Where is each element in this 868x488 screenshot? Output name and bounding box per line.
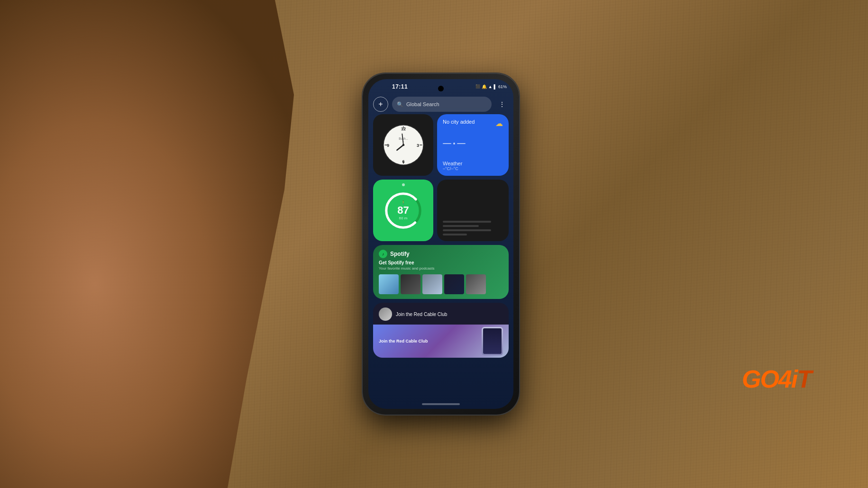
widget-row-1: 12 3 6 9 Buch... xyxy=(373,114,509,176)
weather-top: No city added ☁ xyxy=(443,119,503,128)
phone-body: 17:11 ⬛ 🔔 ▲ ▌ 61% + 🔍 Global Search xyxy=(363,73,519,415)
search-icon: 🔍 xyxy=(397,101,403,108)
widget-row-3: ♪ Spotify Get Spotify free Your favorite… xyxy=(373,245,509,299)
album-3[interactable] xyxy=(422,274,442,294)
weather-widget[interactable]: No city added ☁ Weather –°C/–°C xyxy=(437,114,509,176)
go4it-t-text: T xyxy=(797,365,811,393)
dark-line-4 xyxy=(443,234,467,235)
spotify-widget[interactable]: ♪ Spotify Get Spotify free Your favorite… xyxy=(373,245,509,299)
album-4[interactable] xyxy=(444,274,464,294)
status-bar: 17:11 ⬛ 🔔 ▲ ▌ 61% xyxy=(368,79,513,94)
dark-line-3 xyxy=(443,229,491,231)
red-cable-header: Join the Red Cable Club xyxy=(373,303,509,325)
rc-banner: Join the Red Cable Club xyxy=(373,325,509,358)
weather-dash-1 xyxy=(443,143,451,144)
search-text: Global Search xyxy=(406,101,439,107)
go4it-4-text: 4 xyxy=(778,365,791,393)
svg-point-14 xyxy=(402,144,404,146)
phone-wrapper: 17:11 ⬛ 🔔 ▲ ▌ 61% + 🔍 Global Search xyxy=(363,73,519,415)
weather-bottom: Weather –°C/–°C xyxy=(443,159,503,171)
rc-avatar xyxy=(379,307,392,321)
weather-temp-row xyxy=(443,143,503,145)
mute-icon: 🔔 xyxy=(482,85,487,89)
top-bar: + 🔍 Global Search ⋮ xyxy=(368,94,513,114)
weather-degree-dot xyxy=(453,143,455,145)
rc-phone-image xyxy=(482,327,503,355)
album-2[interactable] xyxy=(401,274,420,294)
more-button[interactable]: ⋮ xyxy=(495,98,509,111)
add-button[interactable]: + xyxy=(373,97,388,112)
wifi-icon: ▲ xyxy=(488,85,493,89)
weather-label: Weather xyxy=(443,161,503,166)
steps-unit: 60 m xyxy=(399,216,408,220)
clock-face: 12 3 6 9 Buch... xyxy=(382,124,425,166)
status-time: 17:11 xyxy=(392,83,408,90)
widget-row-2: 🚶 87 60 m xyxy=(373,180,509,241)
nfc-icon: ⬛ xyxy=(475,85,480,89)
phone-screen: 17:11 ⬛ 🔔 ▲ ▌ 61% + 🔍 Global Search xyxy=(368,79,513,409)
spotify-name: Spotify xyxy=(390,251,410,257)
album-1[interactable] xyxy=(379,274,399,294)
clock-svg: 12 3 6 9 Buch... xyxy=(382,124,425,166)
search-bar[interactable]: 🔍 Global Search xyxy=(392,97,492,112)
status-icons: ⬛ 🔔 ▲ ▌ 61% xyxy=(475,84,507,89)
battery-percent: 61% xyxy=(498,84,507,89)
svg-text:12: 12 xyxy=(401,127,405,131)
spotify-albums xyxy=(379,274,503,294)
go4it-go-text: GO xyxy=(742,365,778,393)
weather-unit: –°C/–°C xyxy=(443,166,503,171)
widget-grid: 12 3 6 9 Buch... xyxy=(373,114,509,395)
spotify-tagline: Get Spotify free xyxy=(379,260,503,265)
weather-no-city: No city added xyxy=(443,119,475,125)
rc-title: Join the Red Cable Club xyxy=(396,312,447,317)
steps-inner: 🚶 87 60 m xyxy=(383,190,423,231)
steps-dot xyxy=(402,183,405,186)
signal-icon: ▌ xyxy=(494,85,497,89)
album-5[interactable] xyxy=(466,274,486,294)
home-indicator xyxy=(422,403,460,405)
spotify-sub: Your favorite music and podcasts xyxy=(379,266,503,271)
go4it-it-text: i xyxy=(791,365,797,393)
rc-banner-text: Join the Red Cable Club xyxy=(379,339,428,343)
weather-cloud-icon: ☁ xyxy=(495,119,503,128)
steps-ring: 🚶 87 60 m xyxy=(383,190,423,231)
go4it-logo: GO4iT xyxy=(742,365,811,393)
dark-widget[interactable] xyxy=(437,180,509,241)
svg-text:3: 3 xyxy=(417,143,419,148)
red-cable-widget[interactable]: Join the Red Cable Club Join the Red Cab… xyxy=(373,303,509,358)
widget-row-4: Join the Red Cable Club Join the Red Cab… xyxy=(373,303,509,358)
dark-line-2 xyxy=(443,225,479,227)
weather-dash-2 xyxy=(457,143,466,144)
clock-widget[interactable]: 12 3 6 9 Buch... xyxy=(373,114,433,176)
svg-text:9: 9 xyxy=(387,143,389,148)
spotify-logo-icon: ♪ xyxy=(379,250,387,258)
steps-widget[interactable]: 🚶 87 60 m xyxy=(373,180,433,241)
dark-line-1 xyxy=(443,221,491,223)
svg-text:Buch...: Buch... xyxy=(399,137,408,140)
steps-number: 87 xyxy=(397,205,409,216)
svg-text:6: 6 xyxy=(402,159,404,164)
spotify-header: ♪ Spotify xyxy=(379,250,503,258)
